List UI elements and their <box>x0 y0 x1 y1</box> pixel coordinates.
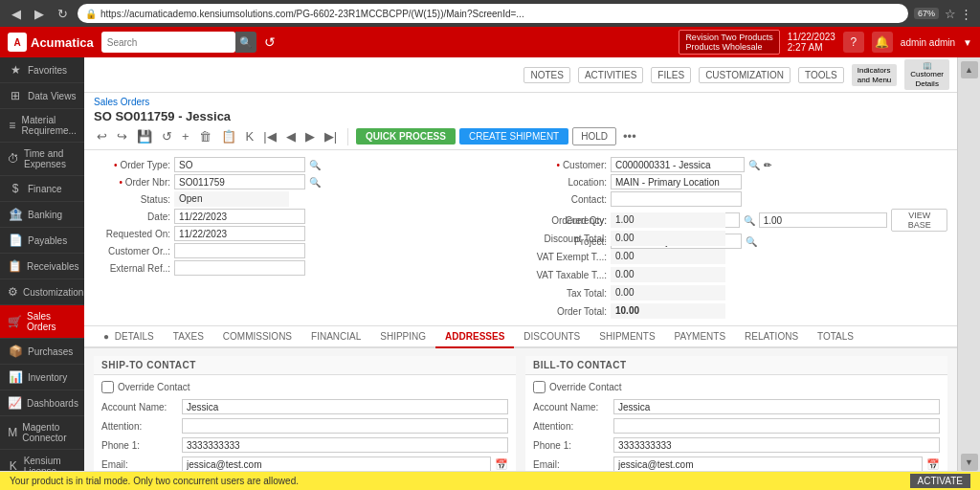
tab-totals[interactable]: TOTALS <box>808 326 863 348</box>
ship-account-name-input[interactable] <box>182 399 508 414</box>
undo-button[interactable]: ↩ <box>94 127 110 145</box>
sidebar-item-finance[interactable]: $ Finance <box>0 176 84 202</box>
delete-button[interactable]: 🗑 <box>196 127 214 145</box>
more-icon[interactable]: ⋮ <box>960 7 972 21</box>
activate-button[interactable]: ACTIVATE <box>910 474 970 488</box>
tab-shipping[interactable]: SHIPPING <box>370 326 435 348</box>
ship-phone-label: Phone 1: <box>101 440 178 451</box>
breadcrumb[interactable]: Sales Orders <box>94 97 947 107</box>
scroll-down-button[interactable]: ▼ <box>961 454 978 471</box>
create-shipment-button[interactable]: CREATE SHIPMENT <box>459 128 568 145</box>
sidebar-item-time-expenses[interactable]: ⏱ Time and Expenses <box>0 143 84 176</box>
sidebar-item-material-req[interactable]: ≡ Material Requireme... <box>0 109 84 143</box>
search-icon-order-nbr[interactable]: 🔍 <box>309 177 321 188</box>
sidebar-item-payables[interactable]: 📄 Payables <box>0 228 84 254</box>
page-title: SO SO011759 - Jessica <box>94 109 947 123</box>
page-header: Sales Orders SO SO011759 - Jessica ↩ ↪ 💾… <box>84 93 957 150</box>
quick-details-panel[interactable]: Indicators and Menu <box>852 64 898 86</box>
admin-chevron-icon[interactable]: ▼ <box>963 37 972 48</box>
search-icon-order-type[interactable]: 🔍 <box>309 160 321 170</box>
tax-total-value: 0.00 <box>611 285 725 301</box>
sidebar-item-dashboards[interactable]: 📈 Dashboards <box>0 390 84 416</box>
sidebar-item-customization[interactable]: ⚙ Customization <box>0 279 84 305</box>
quick-process-button[interactable]: QUICK PROCESS <box>356 128 456 145</box>
external-ref-input[interactable] <box>174 260 305 276</box>
prev-button[interactable]: ◀ <box>283 127 299 145</box>
tab-commissions[interactable]: COMMISSIONS <box>213 326 301 348</box>
more-actions-button[interactable]: ••• <box>620 127 639 145</box>
sidebar-item-receivables[interactable]: 📋 Receivables <box>0 254 84 279</box>
sidebar-item-sales-orders[interactable]: 🛒 Sales Orders <box>0 305 84 339</box>
sidebar-item-kensium[interactable]: K Kensium License <box>0 450 84 471</box>
first-button[interactable]: |◀ <box>260 127 278 145</box>
search-icon-customer[interactable]: 🔍 <box>748 160 760 170</box>
search-button[interactable]: 🔍 <box>235 32 256 53</box>
header-datetime: 11/22/2023 2:27 AM <box>788 32 835 53</box>
bill-email-calendar-icon[interactable]: 📅 <box>926 458 940 471</box>
order-type-input[interactable] <box>174 157 305 172</box>
date-input[interactable] <box>174 209 305 224</box>
override-contact-ship-checkbox[interactable] <box>101 381 114 393</box>
last-button[interactable]: ▶| <box>322 127 340 145</box>
sidebar-label-finance: Finance <box>28 184 62 194</box>
notes-button[interactable]: NOTES <box>523 67 569 83</box>
tab-shipments[interactable]: SHIPMENTS <box>590 326 664 348</box>
files-button[interactable]: FILES <box>651 67 691 83</box>
contact-input[interactable] <box>611 191 742 207</box>
sidebar-item-favorites[interactable]: ★ Favorites <box>0 57 84 83</box>
email-calendar-icon[interactable]: 📅 <box>495 458 508 471</box>
location-input[interactable] <box>611 174 742 189</box>
tab-payments[interactable]: PAYMENTS <box>665 326 736 348</box>
url-bar[interactable]: 🔒 https://acumaticademo.kensiumsolutions… <box>78 4 908 23</box>
tools-button[interactable]: TOOLS <box>798 67 844 83</box>
copy-button[interactable]: 📋 <box>218 127 239 145</box>
ship-email-input[interactable] <box>182 457 491 471</box>
bill-attention-input[interactable] <box>613 418 940 434</box>
add-button[interactable]: + <box>179 127 192 145</box>
bill-email-input[interactable] <box>613 457 923 471</box>
help-icon[interactable]: ? <box>843 32 864 53</box>
tab-discounts[interactable]: DISCOUNTS <box>514 326 590 348</box>
bill-account-name-input[interactable] <box>613 399 940 414</box>
tab-financial[interactable]: FINANCIAL <box>301 326 370 348</box>
ship-phone-input[interactable] <box>182 437 508 453</box>
notifications-icon[interactable]: 🔔 <box>872 32 893 53</box>
sidebar-item-inventory[interactable]: 📊 Inventory <box>0 365 84 390</box>
save-button[interactable]: 💾 <box>134 127 155 145</box>
redo-button[interactable]: ↪ <box>114 127 130 145</box>
external-ref-label: External Ref..: <box>94 263 170 274</box>
tab-details[interactable]: ● DETAILS <box>94 326 164 348</box>
hold-button[interactable]: HOLD <box>572 127 616 145</box>
search-input[interactable] <box>101 32 235 53</box>
override-contact-bill-checkbox[interactable] <box>533 381 546 393</box>
bill-to-contact-section: BILL-TO CONTACT Override Contact Account… <box>525 356 947 471</box>
sidebar-item-purchases[interactable]: 📦 Purchases <box>0 339 84 365</box>
forward-button[interactable]: ▶ <box>31 5 48 23</box>
grid-icon: ⊞ <box>8 89 23 102</box>
customer-details-panel[interactable]: 🏢 Customer Details <box>904 59 949 90</box>
revert-button[interactable]: ↺ <box>159 127 175 145</box>
refresh-button[interactable]: ↻ <box>54 5 72 23</box>
tab-taxes[interactable]: TAXES <box>164 326 213 348</box>
tab-addresses[interactable]: ADDRESSES <box>435 326 514 348</box>
sidebar-item-banking[interactable]: 🏦 Banking <box>0 202 84 228</box>
bookmark-icon[interactable]: ☆ <box>945 7 956 21</box>
activities-button[interactable]: ACTIVITIES <box>578 67 643 83</box>
customization-button[interactable]: CUSTOMIZATION <box>699 67 791 83</box>
scroll-up-button[interactable]: ▲ <box>961 61 978 78</box>
bill-phone-input[interactable] <box>613 437 940 453</box>
requested-on-input[interactable] <box>174 226 305 241</box>
next-button[interactable]: ▶ <box>302 127 318 145</box>
order-nbr-input[interactable] <box>174 174 305 189</box>
customer-order-input[interactable] <box>174 243 305 258</box>
sidebar-item-magento[interactable]: M Magento Connector <box>0 416 84 450</box>
paste-button[interactable]: K <box>243 127 257 145</box>
ship-attention-input[interactable] <box>182 418 508 434</box>
tab-relations[interactable]: RELATIONS <box>735 326 808 348</box>
refresh-icon[interactable]: ↺ <box>264 34 276 50</box>
back-button[interactable]: ◀ <box>8 5 25 23</box>
edit-icon-customer[interactable]: ✏ <box>764 160 771 170</box>
sidebar-item-data-views[interactable]: ⊞ Data Views <box>0 83 84 109</box>
sidebar-label-data-views: Data Views <box>28 91 76 101</box>
customer-input[interactable] <box>611 157 745 172</box>
